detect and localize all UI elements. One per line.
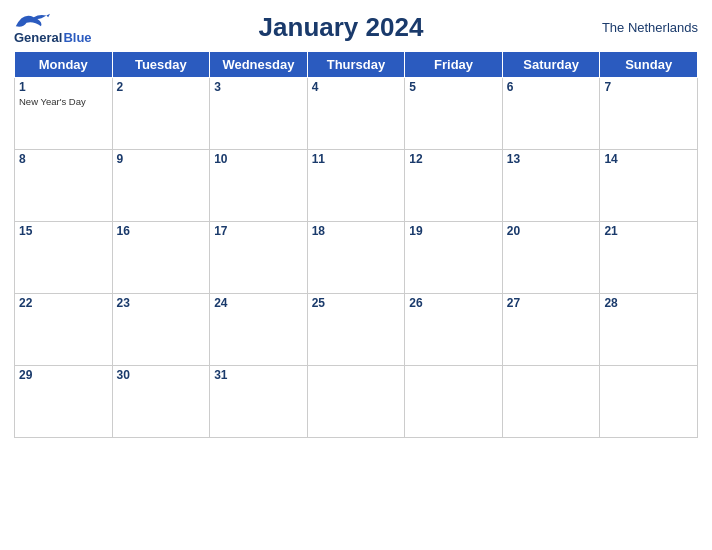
day-number: 16 [117,224,206,238]
day-number: 11 [312,152,401,166]
logo: General Blue [14,10,104,45]
calendar-cell: 19 [405,222,503,294]
calendar-cell: 18 [307,222,405,294]
header-monday: Monday [15,52,113,78]
day-number: 29 [19,368,108,382]
calendar-cell [405,366,503,438]
day-number: 6 [507,80,596,94]
day-number: 28 [604,296,693,310]
day-number: 9 [117,152,206,166]
header-thursday: Thursday [307,52,405,78]
day-number: 30 [117,368,206,382]
calendar-week-row: 1New Year's Day234567 [15,78,698,150]
calendar-table: Monday Tuesday Wednesday Thursday Friday… [14,51,698,438]
day-number: 2 [117,80,206,94]
calendar-cell: 12 [405,150,503,222]
calendar-cell: 14 [600,150,698,222]
calendar-cell [600,366,698,438]
day-number: 3 [214,80,303,94]
day-number: 1 [19,80,108,94]
calendar-cell: 8 [15,150,113,222]
header-wednesday: Wednesday [210,52,308,78]
day-number: 26 [409,296,498,310]
calendar-cell [307,366,405,438]
calendar-cell: 3 [210,78,308,150]
day-number: 14 [604,152,693,166]
calendar-week-row: 891011121314 [15,150,698,222]
day-number: 18 [312,224,401,238]
logo-accent: Blue [63,31,91,45]
calendar-cell: 22 [15,294,113,366]
calendar-cell: 15 [15,222,113,294]
calendar-title: January 2024 [104,12,578,43]
day-number: 5 [409,80,498,94]
calendar-cell: 27 [502,294,600,366]
day-number: 4 [312,80,401,94]
calendar-header: General Blue January 2024 The Netherland… [14,10,698,45]
calendar-cell: 2 [112,78,210,150]
day-number: 19 [409,224,498,238]
calendar-week-row: 22232425262728 [15,294,698,366]
day-number: 22 [19,296,108,310]
calendar-cell: 6 [502,78,600,150]
calendar-cell: 11 [307,150,405,222]
calendar-cell: 23 [112,294,210,366]
day-number: 12 [409,152,498,166]
day-number: 20 [507,224,596,238]
calendar-cell: 30 [112,366,210,438]
calendar-cell: 16 [112,222,210,294]
calendar-cell: 7 [600,78,698,150]
day-number: 7 [604,80,693,94]
header-friday: Friday [405,52,503,78]
logo-brand: General [14,31,62,45]
calendar-page: General Blue January 2024 The Netherland… [0,0,712,550]
calendar-cell: 31 [210,366,308,438]
calendar-cell: 26 [405,294,503,366]
calendar-cell: 1New Year's Day [15,78,113,150]
days-header-row: Monday Tuesday Wednesday Thursday Friday… [15,52,698,78]
day-number: 8 [19,152,108,166]
holiday-label: New Year's Day [19,96,108,107]
calendar-cell: 17 [210,222,308,294]
day-number: 23 [117,296,206,310]
day-number: 13 [507,152,596,166]
day-number: 25 [312,296,401,310]
calendar-cell: 29 [15,366,113,438]
day-number: 21 [604,224,693,238]
calendar-cell: 25 [307,294,405,366]
day-number: 31 [214,368,303,382]
calendar-cell: 4 [307,78,405,150]
calendar-cell [502,366,600,438]
day-number: 24 [214,296,303,310]
header-tuesday: Tuesday [112,52,210,78]
calendar-cell: 20 [502,222,600,294]
calendar-cell: 5 [405,78,503,150]
svg-marker-0 [46,14,50,18]
logo-bird-icon [14,10,50,30]
day-number: 17 [214,224,303,238]
day-number: 27 [507,296,596,310]
calendar-cell: 21 [600,222,698,294]
day-number: 10 [214,152,303,166]
calendar-week-row: 15161718192021 [15,222,698,294]
calendar-cell: 28 [600,294,698,366]
calendar-week-row: 293031 [15,366,698,438]
day-number: 15 [19,224,108,238]
country-label: The Netherlands [578,20,698,35]
calendar-cell: 9 [112,150,210,222]
calendar-cell: 24 [210,294,308,366]
header-sunday: Sunday [600,52,698,78]
calendar-cell: 13 [502,150,600,222]
calendar-cell: 10 [210,150,308,222]
header-saturday: Saturday [502,52,600,78]
